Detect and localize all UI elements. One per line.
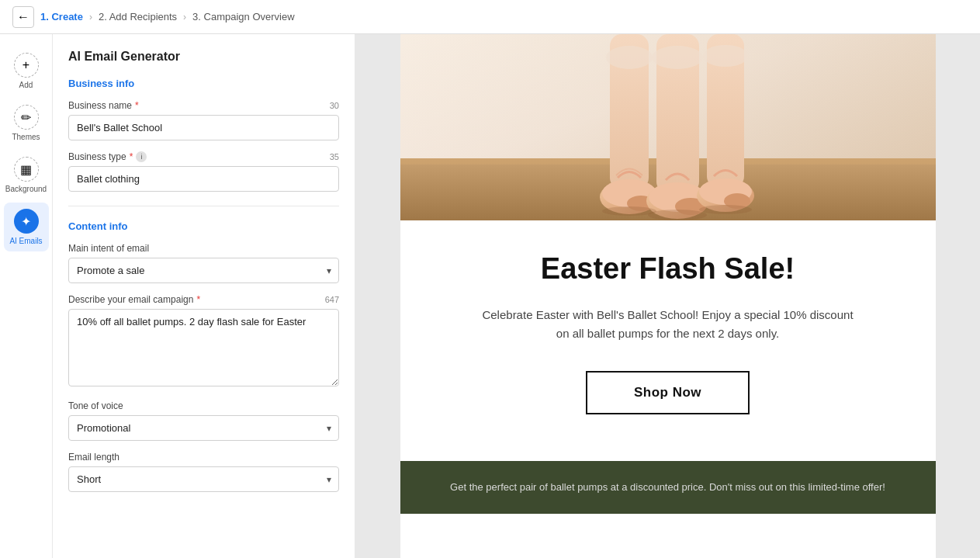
business-name-label: Business name * 30	[68, 100, 339, 111]
tone-group: Tone of voice PromotionalFriendlyProfess…	[68, 400, 339, 441]
email-body: Easter Flash Sale! Celebrate Easter with…	[400, 220, 936, 461]
business-type-label: Business type * i 35	[68, 151, 339, 162]
nav-step-recipients[interactable]: 2. Add Recipients	[99, 11, 177, 23]
preview-panel: Easter Flash Sale! Celebrate Easter with…	[355, 34, 980, 558]
email-subtext: Celebrate Easter with Bell's Ballet Scho…	[482, 306, 854, 343]
background-icon: ▦	[14, 157, 39, 182]
footer-text: Get the perfect pair of ballet pumps at …	[450, 481, 885, 493]
ballet-background	[400, 34, 936, 220]
svg-point-20	[652, 46, 703, 69]
add-icon: +	[14, 53, 39, 78]
content-section-title: Content info	[68, 220, 339, 232]
intent-select[interactable]: Promote a saleAnnounce an eventShare new…	[68, 258, 339, 283]
svg-point-18	[699, 205, 752, 214]
svg-point-21	[703, 45, 748, 67]
email-preview: Easter Flash Sale! Celebrate Easter with…	[400, 34, 936, 558]
business-name-input[interactable]	[68, 115, 339, 140]
length-group: Email length ShortMediumLong ▾	[68, 452, 339, 492]
sidebar-item-background[interactable]: ▦ Background	[4, 151, 49, 199]
form-panel: AI Email Generator Business info Busines…	[53, 34, 355, 558]
business-type-group: Business type * i 35	[68, 151, 339, 192]
sidebar-item-ai-emails[interactable]: ✦ AI Emails	[4, 203, 49, 251]
nav-chevron-2: ›	[183, 12, 186, 23]
campaign-group: Describe your email campaign * 647	[68, 294, 339, 390]
intent-select-wrapper: Promote a saleAnnounce an eventShare new…	[68, 258, 339, 283]
length-select[interactable]: ShortMediumLong	[68, 466, 339, 492]
sidebar-item-themes[interactable]: ✏ Themes	[4, 99, 49, 147]
ai-emails-icon: ✦	[14, 209, 39, 234]
business-section-title: Business info	[68, 78, 339, 89]
shop-now-button[interactable]: Shop Now	[586, 371, 750, 414]
info-icon[interactable]: i	[136, 151, 147, 162]
section-divider	[68, 206, 339, 206]
required-star-campaign: *	[196, 294, 200, 305]
intent-group: Main intent of email Promote a saleAnnou…	[68, 243, 339, 283]
required-star-type: *	[130, 151, 133, 162]
campaign-label: Describe your email campaign * 647	[68, 294, 339, 305]
nav-step-create[interactable]: 1. Create	[40, 11, 83, 23]
business-type-input[interactable]	[68, 166, 339, 192]
main-wrapper: + Add ✏ Themes ▦ Background ✦ AI Emails …	[0, 0, 980, 558]
business-name-group: Business name * 30	[68, 100, 339, 140]
themes-icon: ✏	[14, 105, 39, 130]
sidebar-item-add[interactable]: + Add	[4, 47, 49, 95]
shop-now-wrapper: Shop Now	[447, 371, 889, 414]
svg-point-17	[648, 210, 707, 220]
nav-chevron-1: ›	[89, 12, 92, 23]
tone-label: Tone of voice	[68, 400, 339, 411]
ballet-shoes-svg	[400, 34, 936, 220]
email-footer: Get the perfect pair of ballet pumps at …	[400, 461, 936, 515]
nav-step-overview[interactable]: 3. Campaign Overview	[192, 11, 295, 23]
svg-point-19	[606, 46, 653, 69]
tone-select-wrapper: PromotionalFriendlyProfessionalCasual ▾	[68, 415, 339, 441]
back-icon: ←	[17, 10, 29, 24]
intent-label: Main intent of email	[68, 243, 339, 254]
tone-select[interactable]: PromotionalFriendlyProfessionalCasual	[68, 415, 339, 441]
length-label: Email length	[68, 452, 339, 463]
required-star-name: *	[135, 100, 139, 111]
email-headline: Easter Flash Sale!	[447, 251, 889, 287]
email-hero-image	[400, 34, 936, 220]
panel-title: AI Email Generator	[68, 50, 339, 64]
top-navigation: ← 1. Create › 2. Add Recipients › 3. Cam…	[0, 0, 980, 34]
back-button[interactable]: ←	[12, 6, 34, 28]
campaign-textarea[interactable]	[68, 309, 339, 386]
sidebar-icons: + Add ✏ Themes ▦ Background ✦ AI Emails	[0, 34, 53, 558]
length-select-wrapper: ShortMediumLong ▾	[68, 466, 339, 492]
